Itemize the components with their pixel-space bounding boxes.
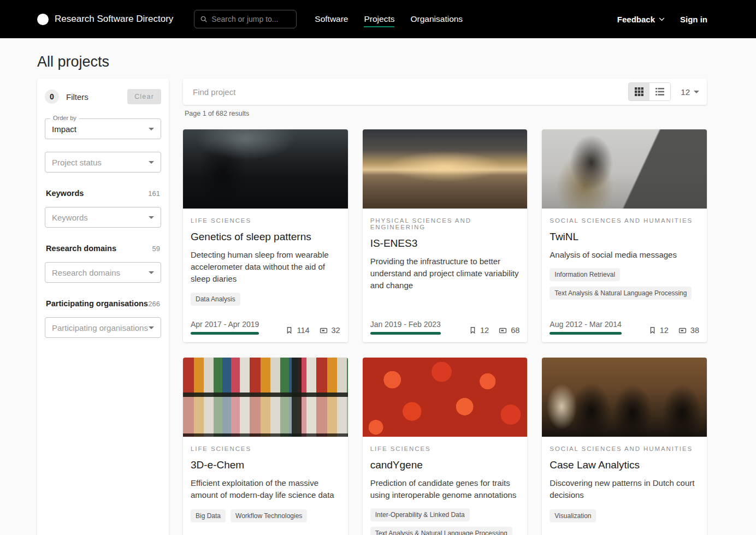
- project-title: candYgene: [370, 459, 520, 471]
- order-by-value: Impact: [52, 124, 76, 134]
- project-card[interactable]: LIFE SCIENCES 3D-e-Chem Efficient exploi…: [183, 358, 348, 535]
- keywords-placeholder: Keywords: [52, 213, 88, 222]
- project-status-select[interactable]: Project status: [45, 152, 161, 173]
- view-toggle: [628, 82, 671, 101]
- grid-view-button[interactable]: [629, 83, 649, 100]
- participating-orgs-select[interactable]: Participating organisations: [45, 317, 161, 338]
- results-info: Page 1 of 682 results: [185, 110, 707, 117]
- project-description: Detecting human sleep from wearable acce…: [191, 249, 340, 284]
- grid-view-icon: [635, 87, 643, 96]
- participating-orgs-count: 266: [148, 300, 160, 308]
- project-card[interactable]: LIFE SCIENCES candYgene Prediction of ca…: [363, 358, 528, 535]
- participating-orgs-placeholder: Participating organisations: [52, 323, 148, 332]
- project-image: [183, 358, 348, 437]
- keyword-tag: Data Analysis: [191, 293, 240, 306]
- mentions-metric: 12: [648, 326, 669, 335]
- project-category: LIFE SCIENCES: [370, 445, 520, 452]
- global-search-input[interactable]: [211, 15, 291, 23]
- dropdown-arrow-icon: [694, 91, 699, 93]
- list-view-icon: [655, 88, 664, 96]
- order-by-select[interactable]: Order by Impact: [45, 118, 161, 139]
- mentions-metric: 114: [285, 326, 309, 335]
- project-description: Analysis of social media messages: [550, 249, 699, 261]
- nav-software[interactable]: Software: [315, 11, 348, 27]
- bookmark-icon: [469, 326, 477, 335]
- project-image: [183, 129, 348, 209]
- project-card[interactable]: SOCIAL SCIENCES AND HUMANITIES Case Law …: [542, 358, 707, 535]
- feedback-menu[interactable]: Feedback: [617, 15, 665, 24]
- research-domains-placeholder: Research domains: [52, 268, 120, 277]
- filters-label: Filters: [66, 92, 120, 102]
- filters-panel: 0 Filters Clear Order by Impact Project …: [37, 79, 169, 535]
- keyword-tag: Visualization: [550, 509, 596, 522]
- dropdown-arrow-icon: [149, 128, 154, 130]
- research-domains-heading: Research domains: [46, 244, 116, 253]
- order-by-label: Order by: [50, 115, 79, 121]
- project-description: Prediction of candidate genes for traits…: [370, 477, 520, 501]
- participating-orgs-heading: Participating organisations: [46, 299, 148, 308]
- keyword-tag: Information Retrieval: [550, 268, 620, 281]
- main-nav: Software Projects Organisations: [315, 11, 463, 27]
- project-status-placeholder: Project status: [52, 158, 102, 167]
- project-card[interactable]: LIFE SCIENCES Genetics of sleep patterns…: [183, 129, 348, 342]
- keywords-select[interactable]: Keywords: [45, 207, 161, 228]
- outputs-metric: 68: [498, 326, 519, 335]
- project-category: LIFE SCIENCES: [191, 217, 340, 224]
- keywords-heading: Keywords: [46, 189, 84, 198]
- signin-button[interactable]: Sign in: [680, 15, 707, 24]
- project-search-toolbar: 12: [183, 79, 707, 105]
- project-card[interactable]: SOCIAL SCIENCES AND HUMANITIES TwiNL Ana…: [542, 129, 707, 342]
- project-title: Case Law Analytics: [550, 459, 699, 471]
- project-period: Jan 2019 - Feb 2023: [370, 319, 441, 335]
- filter-count-badge: 0: [45, 90, 59, 104]
- top-navbar: Research Software Directory Software Pro…: [0, 0, 756, 38]
- chevron-down-icon: [659, 17, 665, 21]
- projects-grid: LIFE SCIENCES Genetics of sleep patterns…: [183, 129, 707, 535]
- progress-bar: [191, 332, 259, 335]
- project-description: Discovering new patterns in Dutch court …: [550, 477, 699, 501]
- research-domains-select[interactable]: Research domains: [45, 262, 161, 283]
- page-size-value: 12: [681, 87, 690, 97]
- dropdown-arrow-icon: [149, 216, 154, 219]
- bookmark-icon: [285, 326, 293, 335]
- project-category: SOCIAL SCIENCES AND HUMANITIES: [550, 445, 699, 452]
- project-period: Apr 2017 - Apr 2019: [191, 319, 259, 335]
- project-category: LIFE SCIENCES: [191, 445, 340, 452]
- progress-bar: [370, 332, 441, 335]
- project-card[interactable]: PHYSICAL SCIENCES AND ENGINEERING IS-ENE…: [363, 129, 528, 342]
- clear-filters-button[interactable]: Clear: [127, 89, 161, 104]
- project-description: Efficient exploitation of the massive am…: [191, 477, 340, 501]
- project-category: SOCIAL SCIENCES AND HUMANITIES: [550, 217, 699, 224]
- search-icon: [200, 15, 208, 23]
- project-title: 3D-e-Chem: [191, 459, 340, 471]
- mentions-metric: 12: [469, 326, 489, 335]
- keyword-tag: Workflow Technologies: [231, 509, 307, 522]
- progress-bar: [550, 332, 622, 335]
- global-search[interactable]: [194, 10, 297, 28]
- project-image: [363, 129, 528, 209]
- nav-organisations[interactable]: Organisations: [410, 11, 463, 27]
- dropdown-arrow-icon: [149, 326, 154, 329]
- dropdown-arrow-icon: [149, 161, 154, 164]
- page-size-select[interactable]: 12: [681, 87, 699, 97]
- output-icon: [319, 326, 328, 335]
- keywords-count: 161: [148, 189, 160, 198]
- nav-projects[interactable]: Projects: [364, 11, 394, 27]
- output-icon: [498, 326, 507, 335]
- page-title: All projects: [37, 54, 707, 70]
- project-image: [542, 358, 707, 437]
- outputs-metric: 38: [678, 326, 699, 335]
- keyword-tag: Text Analysis & Natural Language Process…: [370, 527, 512, 535]
- outputs-metric: 32: [319, 326, 340, 335]
- brand-title: Research Software Directory: [55, 14, 173, 25]
- brand[interactable]: Research Software Directory: [37, 14, 173, 25]
- project-title: IS-ENES3: [370, 237, 520, 249]
- bookmark-icon: [648, 326, 657, 335]
- project-description: Providing the infrastructure to better u…: [370, 255, 520, 291]
- project-title: Genetics of sleep patterns: [191, 231, 340, 243]
- find-project-input[interactable]: [193, 87, 628, 97]
- list-view-button[interactable]: [649, 83, 670, 100]
- keyword-tag: Big Data: [191, 509, 226, 522]
- project-image: [363, 358, 528, 437]
- project-period: Aug 2012 - Mar 2014: [550, 319, 622, 335]
